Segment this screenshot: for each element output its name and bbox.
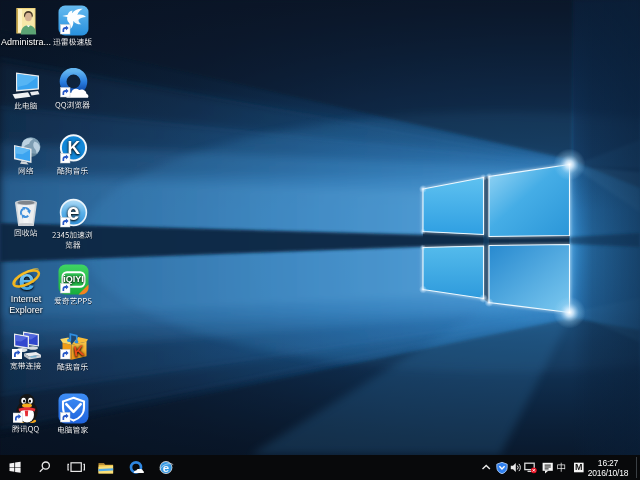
svg-text:e: e bbox=[18, 264, 35, 293]
svg-text:M: M bbox=[575, 462, 583, 472]
svg-text:iQIYI: iQIYI bbox=[63, 274, 84, 284]
